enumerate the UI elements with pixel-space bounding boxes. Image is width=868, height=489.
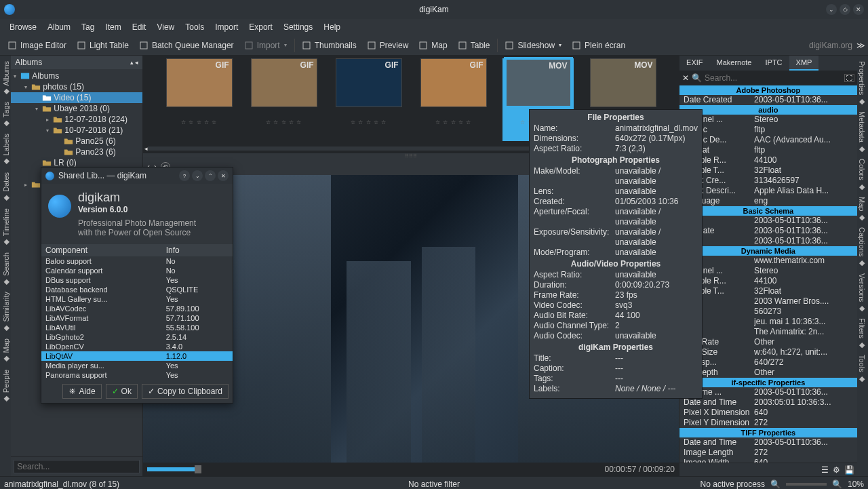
tab-properties[interactable]: Properties ◆ (857, 58, 867, 109)
component-row[interactable]: LibGphoto22.5.14 (41, 332, 233, 342)
tab-colors[interactable]: Colors ◆ (857, 156, 867, 194)
tab-people[interactable]: ◆ People (1, 367, 11, 406)
meta-row: Sample T...32Float (679, 286, 857, 296)
light-table-button[interactable]: Light Table (72, 39, 134, 52)
fullscreen-button[interactable]: Plein écran (567, 39, 631, 52)
component-row[interactable]: Calendar supportNo (41, 266, 233, 275)
table-button[interactable]: Table (453, 39, 496, 52)
tree-item[interactable]: ▾Ubaye 2018 (0) (11, 103, 142, 114)
tool-icon[interactable]: ⚙ (833, 465, 840, 475)
site-link[interactable]: digiKam.org (809, 41, 852, 50)
meta-tab-exif[interactable]: EXIF (679, 56, 709, 71)
sort-icon[interactable]: ▴ ◂ (130, 59, 139, 66)
tab-labels[interactable]: ◆ Labels (1, 131, 11, 169)
meta-tab-xmp[interactable]: XMP (789, 56, 819, 71)
tab-similarity[interactable]: ◆ Similarity (1, 289, 11, 336)
thumbnail[interactable]: GIF☆ ☆ ☆ ☆ ☆ (163, 58, 235, 141)
meta-tab-makernote[interactable]: Makernote (710, 56, 759, 71)
about-max-button[interactable]: ⌃ (205, 170, 216, 181)
menu-tag[interactable]: Tag (76, 21, 100, 33)
tab-map[interactable]: ◆ Map (1, 336, 11, 366)
tab-timeline[interactable]: ◆ Timeline (1, 206, 11, 250)
menu-tools[interactable]: Tools (180, 21, 210, 33)
slideshow-button[interactable]: Slideshow ▾ (500, 39, 567, 52)
save-icon[interactable]: 💾 (844, 465, 854, 475)
component-row[interactable]: LibQtAV1.12.0 (41, 351, 233, 361)
preview-button[interactable]: Preview (362, 39, 414, 52)
component-row[interactable]: Panorama supportYes (41, 370, 233, 380)
close-button[interactable]: ✕ (853, 4, 864, 15)
tab-dates[interactable]: ◆ Dates (1, 170, 11, 206)
seek-slider[interactable] (147, 467, 198, 471)
ok-button[interactable]: ✓Ok (106, 384, 138, 399)
tab-captions[interactable]: Captions ◆ (857, 224, 867, 270)
component-row[interactable]: DBus supportYes (41, 275, 233, 285)
app-name: digikam (78, 191, 196, 205)
component-row[interactable]: LibAVUtil55.58.100 (41, 323, 233, 332)
menu-edit[interactable]: Edit (127, 21, 152, 33)
help-button[interactable]: ⛯Aide (62, 384, 102, 399)
menu-export[interactable]: Export (243, 21, 278, 33)
component-row[interactable]: HTML Gallery su...Yes (41, 294, 233, 304)
app-version: Version 6.0.0 (78, 205, 196, 214)
tree-item[interactable]: ▾photos (15) (11, 81, 142, 92)
menu-import[interactable]: Import (210, 21, 243, 33)
menu-settings[interactable]: Settings (278, 21, 318, 33)
tree-item[interactable]: Video (15) (11, 92, 142, 103)
meta-tab-iptc[interactable]: IPTC (758, 56, 789, 71)
toolbar-overflow[interactable]: ≫ (856, 41, 865, 50)
import-button[interactable]: Import ▾ (239, 39, 292, 52)
tree-item[interactable]: Pano23 (6) (11, 146, 142, 157)
tab-tools[interactable]: Tools ◆ (857, 352, 867, 386)
tab-albums[interactable]: ◆ Albums (1, 58, 11, 99)
meta-row: eta Date2003-05-01T10:36... (679, 226, 857, 236)
zoom-out-icon[interactable]: 🔍 (770, 480, 781, 489)
copy-button[interactable]: ✓Copy to Clipboard (142, 384, 229, 399)
component-row[interactable]: LibAVFormat57.71.100 (41, 313, 233, 323)
tree-item[interactable]: ▸12-07-2018 (224) (11, 114, 142, 125)
menu-item[interactable]: Item (100, 21, 126, 33)
tab-filters[interactable]: Filters ◆ (857, 315, 867, 352)
about-close-button[interactable]: ✕ (218, 170, 229, 181)
tab-map[interactable]: Map ◆ (857, 194, 867, 224)
metadata-search-input[interactable] (705, 73, 842, 83)
menu-view[interactable]: View (151, 21, 180, 33)
minimize-button[interactable]: ⌄ (826, 4, 837, 15)
menu-help[interactable]: Help (318, 21, 346, 33)
tab-search[interactable]: ◆ Search (1, 250, 11, 290)
meta-row: Pixel Y Dimension272 (679, 418, 857, 428)
thumbnail[interactable]: GIF☆ ☆ ☆ ☆ ☆ (248, 58, 319, 141)
about-min-button[interactable]: ⌄ (192, 170, 203, 181)
zoom-in-icon[interactable]: 🔍 (832, 480, 842, 489)
component-row[interactable]: LibOpenCV3.4.0 (41, 342, 233, 351)
svg-rect-9 (573, 42, 580, 49)
component-row[interactable]: LibAVCodec57.89.100 (41, 304, 233, 313)
playback-bar: 00:00:57 / 00:09:20 (143, 463, 679, 476)
menu-album[interactable]: Album (42, 21, 76, 33)
zoom-slider[interactable] (786, 483, 827, 486)
about-help-button[interactable]: ? (179, 170, 190, 181)
tab-tags[interactable]: ◆ Tags (1, 99, 11, 131)
tree-root[interactable]: ▾ Albums (11, 71, 142, 81)
clear-icon[interactable]: ✕ (682, 73, 689, 83)
batch-queue-button[interactable]: Batch Queue Manager (134, 39, 239, 52)
tab-metadata[interactable]: Metadata ◆ (857, 109, 867, 156)
component-row[interactable]: Media player su...Yes (41, 361, 233, 370)
meta-row: Date Created2003-05-01T10:36... (679, 95, 857, 105)
search-input[interactable] (14, 460, 140, 473)
image-editor-button[interactable]: Image Editor (3, 39, 72, 52)
component-row[interactable]: Database backendQSQLITE (41, 285, 233, 294)
tab-versions[interactable]: Versions ◆ (857, 271, 867, 315)
menu-browse[interactable]: Browse (4, 21, 42, 33)
thumbnails-button[interactable]: Thumbnails (297, 39, 362, 52)
map-button[interactable]: Map (414, 39, 452, 52)
app-icon (4, 4, 15, 15)
expand-icon[interactable]: ⛶ (844, 74, 854, 82)
tree-item[interactable]: ▾10-07-2018 (21) (11, 125, 142, 136)
thumbnail[interactable]: GIF☆ ☆ ☆ ☆ ☆ (333, 58, 404, 141)
maximize-button[interactable]: ◇ (840, 4, 850, 15)
component-row[interactable]: Baloo supportNo (41, 256, 233, 266)
tree-item[interactable]: Pano25 (6) (11, 136, 142, 146)
list-mode-icon[interactable]: ☰ (821, 465, 829, 475)
thumbnail[interactable]: GIF☆ ☆ ☆ ☆ ☆ (418, 58, 489, 141)
